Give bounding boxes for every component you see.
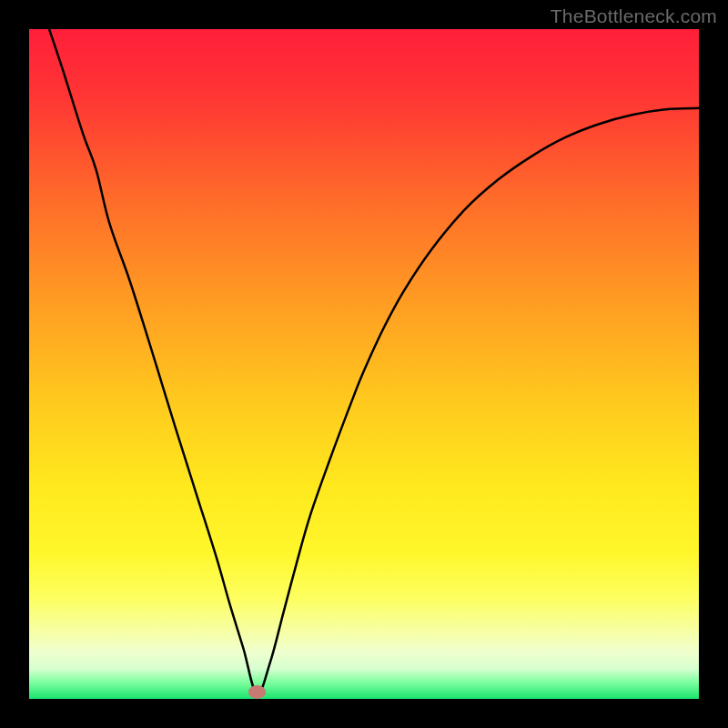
stage: TheBottleneck.com (0, 0, 728, 728)
data-marker (248, 685, 266, 699)
plot-area (29, 29, 699, 699)
watermark-text: TheBottleneck.com (551, 5, 717, 27)
chart-curve (29, 29, 699, 699)
